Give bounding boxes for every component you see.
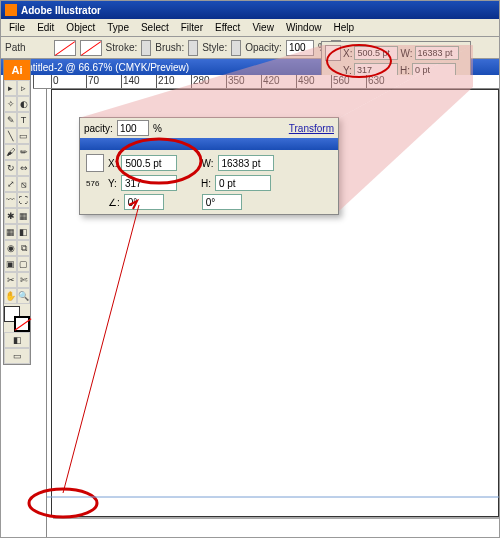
menu-object[interactable]: Object [60, 20, 101, 35]
fill-swatch[interactable] [54, 40, 76, 56]
magic-wand-tool[interactable]: ✧ [4, 96, 17, 112]
zoom-w-input[interactable] [218, 155, 274, 171]
menu-select[interactable]: Select [135, 20, 175, 35]
reflect-tool[interactable]: ⇔ [17, 160, 30, 176]
live-paint-selection-tool[interactable]: ▢ [17, 256, 30, 272]
zoom-y-input[interactable] [121, 175, 177, 191]
x-input[interactable] [354, 46, 398, 60]
menu-effect[interactable]: Effect [209, 20, 246, 35]
app-title: Adobe Illustrator [21, 5, 101, 16]
graph-tool[interactable]: ▦ [17, 208, 30, 224]
menu-edit[interactable]: Edit [31, 20, 60, 35]
shear-tool[interactable]: ⧅ [17, 176, 30, 192]
direct-selection-tool[interactable]: ▹ [17, 80, 30, 96]
fill-stroke-indicator[interactable] [4, 306, 30, 332]
menu-filter[interactable]: Filter [175, 20, 209, 35]
opacity-input[interactable] [286, 40, 314, 56]
color-mode[interactable]: ◧ [4, 332, 30, 348]
zoom-ruler-576: 576 [86, 179, 104, 188]
menu-file[interactable]: File [3, 20, 31, 35]
zoom-opacity-input[interactable] [117, 120, 149, 136]
zoom-w-label: W: [201, 158, 213, 169]
path-label: Path [5, 42, 26, 53]
zoom-y-label: Y: [108, 178, 117, 189]
blend-tool[interactable]: ⧉ [17, 240, 30, 256]
live-paint-tool[interactable]: ▣ [4, 256, 17, 272]
paintbrush-tool[interactable]: 🖌 [4, 144, 17, 160]
screen-mode[interactable]: ▭ [4, 348, 30, 364]
menu-view[interactable]: View [246, 20, 280, 35]
stroke-indicator[interactable] [14, 316, 30, 332]
opacity-label: Opacity: [245, 42, 282, 53]
zoom-h-label: H: [201, 178, 211, 189]
stroke-swatch[interactable] [80, 40, 102, 56]
lasso-tool[interactable]: ◐ [17, 96, 30, 112]
line-tool[interactable]: ╲ [4, 128, 17, 144]
style-label: Style: [202, 42, 227, 53]
scissors-tool[interactable]: ✄ [17, 272, 30, 288]
w-input[interactable] [415, 46, 459, 60]
pencil-tool[interactable]: ✏ [17, 144, 30, 160]
brush-label: Brush: [155, 42, 184, 53]
slice-tool[interactable]: ✂ [4, 272, 17, 288]
zoom-reference-point[interactable] [86, 154, 104, 172]
document-title: Untitled-2 @ 66.67% (CMYK/Preview) [20, 62, 189, 73]
zoom-shear-input[interactable] [202, 194, 242, 210]
ai-logo: Ai [4, 60, 30, 80]
zoom-x-label: X: [108, 158, 117, 169]
rotate-tool[interactable]: ↻ [4, 160, 17, 176]
eyedropper-tool[interactable]: ◉ [4, 240, 17, 256]
rectangle-tool[interactable]: ▭ [17, 128, 30, 144]
gradient-tool[interactable]: ◧ [17, 224, 30, 240]
h-label: H: [400, 65, 410, 76]
scale-tool[interactable]: ⤢ [4, 176, 17, 192]
hand-tool[interactable]: ✋ [4, 288, 17, 304]
app-titlebar: Adobe Illustrator [1, 1, 499, 19]
ruler-vertical[interactable] [33, 89, 47, 537]
zoom-angle-input[interactable] [124, 194, 164, 210]
free-transform-tool[interactable]: ⛶ [17, 192, 30, 208]
stroke-weight-dropdown[interactable] [141, 40, 151, 56]
selection-tool[interactable]: ▸ [4, 80, 17, 96]
ruler-horizontal[interactable]: 0 70 140 210 280 350 420 490 560 630 [33, 75, 499, 89]
menu-window[interactable]: Window [280, 20, 328, 35]
x-label: X: [343, 48, 352, 59]
style-dropdown[interactable] [231, 40, 241, 56]
mesh-tool[interactable]: ▦ [4, 224, 17, 240]
zoom-tool[interactable]: 🔍 [17, 288, 30, 304]
zoom-x-input[interactable] [121, 155, 177, 171]
warp-tool[interactable]: 〰 [4, 192, 17, 208]
zoom-h-input[interactable] [215, 175, 271, 191]
toolbox: Ai ▸▹ ✧◐ ✎T ╲▭ 🖌✏ ↻⇔ ⤢⧅ 〰⛶ ✱▦ ▦◧ ◉⧉ ▣▢ ✂… [3, 59, 31, 365]
menu-type[interactable]: Type [101, 20, 135, 35]
ai-icon [5, 4, 17, 16]
stroke-label: Stroke: [106, 42, 138, 53]
zoom-opacity-label: pacity: [84, 123, 113, 134]
menubar: File Edit Object Type Select Filter Effe… [1, 19, 499, 37]
zoom-angle-label: ∠: [108, 197, 120, 208]
zoom-transform-link[interactable]: Transform [289, 123, 334, 134]
pen-tool[interactable]: ✎ [4, 112, 17, 128]
zoom-callout-panel: pacity: % Transform X: W: 576 Y: H: ∠: [79, 117, 339, 215]
symbol-sprayer-tool[interactable]: ✱ [4, 208, 17, 224]
brush-dropdown[interactable] [188, 40, 198, 56]
reference-point[interactable] [325, 45, 341, 61]
menu-help[interactable]: Help [327, 20, 360, 35]
type-tool[interactable]: T [17, 112, 30, 128]
y-label: Y: [343, 65, 352, 76]
w-label: W: [400, 48, 412, 59]
zoom-opacity-unit: % [153, 123, 162, 134]
